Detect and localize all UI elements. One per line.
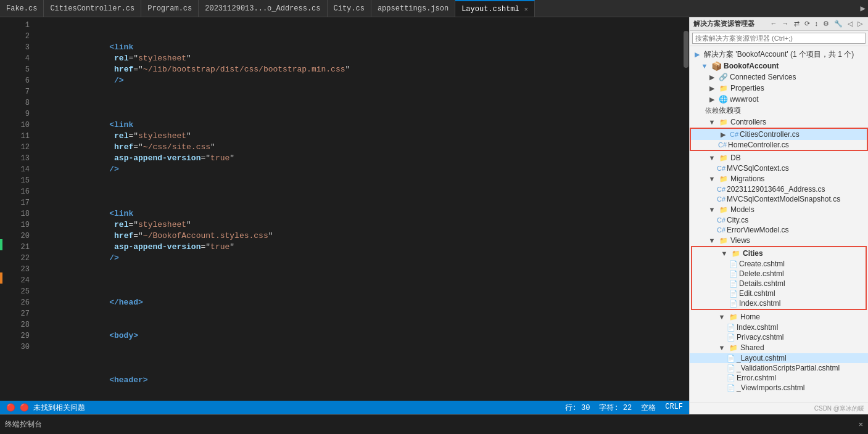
tree-item-deps[interactable]: 依赖 依赖项	[690, 105, 868, 117]
tree-item-migration-address[interactable]: C# 20231129013646_Address.cs	[690, 184, 868, 194]
project-img-icon: 📦	[711, 61, 722, 71]
cs-file-icon: C#	[717, 195, 725, 203]
cshtml-file-icon: 📄	[727, 324, 735, 332]
toolbar-btn-prev[interactable]: ◁	[846, 19, 854, 28]
toolbar-btn-sync[interactable]: ⇄	[792, 19, 801, 28]
cshtml-file-icon: 📄	[727, 374, 735, 382]
cs-file-icon: C#	[717, 216, 725, 224]
tree-item-views[interactable]: ▼ 📁 Views	[690, 235, 868, 246]
edit-cshtml-label: Edit.cshtml	[739, 289, 775, 298]
tree-item-properties[interactable]: ▶ 📁 Properties	[690, 83, 868, 94]
expand-icon: ▶	[707, 72, 717, 82]
tree-item-privacy-cshtml[interactable]: 📄 Privacy.cshtml	[690, 332, 868, 342]
toolbar-btn-forward[interactable]: →	[780, 19, 791, 28]
gutter-marker-orange	[0, 272, 2, 284]
tab-appsettings[interactable]: appsettings.json	[371, 0, 455, 17]
cs-file-icon: C#	[717, 165, 725, 172]
tree-item-migration-snapshot[interactable]: C# MVCSqlContextModelSnapshot.cs	[690, 194, 868, 204]
code-line: <link rel="stylesheet" href="~/css/site.…	[39, 97, 683, 186]
tab-layout[interactable]: Layout.cshtml ✕	[455, 0, 535, 17]
tree-item-viewimports[interactable]: 📄 _ViewImports.cshtml	[690, 383, 868, 393]
search-input[interactable]	[692, 33, 866, 44]
code-line: <nav class="navbar navbar-expand-sm navb…	[39, 397, 683, 401]
tree-item-solution[interactable]: ▶ 解决方案 'BookofAccount' (1 个项目，共 1 个)	[690, 49, 868, 60]
toolbar-btn-back[interactable]: ←	[769, 19, 779, 28]
tab-citiescontroller[interactable]: CitiesController.cs	[44, 0, 141, 17]
tree-item-layout-cshtml[interactable]: 📄 _Layout.cshtml	[690, 353, 868, 363]
cshtml-file-icon: 📄	[729, 270, 738, 278]
expand-icon: 依赖	[707, 106, 717, 116]
folder-icon: 📁	[719, 174, 729, 184]
tab-programcs[interactable]: Program.cs	[141, 0, 199, 17]
migrations-label: Migrations	[730, 174, 764, 183]
watermark: CSDN @寒冰的暖	[690, 403, 868, 414]
tree-item-cities-folder[interactable]: ▼ 📁 Cities	[692, 248, 866, 259]
tree-item-db[interactable]: ▼ 📁 DB	[690, 152, 868, 163]
details-cshtml-label: Details.cshtml	[739, 279, 785, 288]
connected-icon: 🔗	[719, 73, 728, 81]
code-line: </head>	[39, 275, 683, 319]
tree-item-migrations[interactable]: ▼ 📁 Migrations	[690, 173, 868, 184]
tree-item-error-cshtml[interactable]: 📄 Error.cshtml	[690, 373, 868, 383]
tree-item-citycs[interactable]: C# City.cs	[690, 215, 868, 225]
tree-item-shared-folder[interactable]: ▼ 📁 Shared	[690, 342, 868, 353]
validation-partial-label: _ValidationScriptsPartial.cshtml	[737, 364, 840, 372]
folder-icon: 📁	[719, 235, 729, 245]
solution-icon: ▶	[692, 50, 702, 60]
tree-item-controllers[interactable]: ▼ 📁 Controllers	[690, 117, 868, 128]
tree-item-models[interactable]: ▼ 📁 Models	[690, 204, 868, 215]
tab-label: Program.cs	[147, 4, 192, 13]
toolbar-btn-tools[interactable]: 🔧	[832, 19, 845, 28]
tree-item-errorviewmodel[interactable]: C# ErrorViewModel.cs	[690, 225, 868, 235]
tab-fakecs[interactable]: Fake.cs	[0, 0, 44, 17]
cshtml-file-icon: 📄	[727, 354, 735, 362]
expand-icon: ▼	[719, 248, 729, 258]
tree-item-connected-services[interactable]: ▶ 🔗 Connected Services	[690, 72, 868, 83]
line-numbers: 12345 678910 1112131415 1617181920 21222…	[5, 17, 39, 401]
toolbar-btn-refresh[interactable]: ⟳	[803, 19, 812, 28]
gutter-marker-green	[0, 239, 2, 250]
tree-item-delete-cshtml[interactable]: 📄 Delete.cshtml	[692, 269, 866, 279]
editor-scrollbar[interactable]	[683, 17, 689, 401]
tab-label: appsettings.json	[378, 4, 448, 13]
expand-icon: ▼	[707, 153, 717, 163]
tree-item-home-folder[interactable]: ▼ 📁 Home	[690, 311, 868, 322]
tree-item-home-controller[interactable]: C# HomeController.cs	[691, 140, 867, 150]
toolbar-btn-settings[interactable]: ⚙	[821, 19, 831, 28]
folder-icon: 📁	[731, 248, 741, 258]
tree-item-index-cshtml-home[interactable]: 📄 Index.cshtml	[690, 322, 868, 332]
cshtml-file-icon: 📄	[729, 280, 738, 288]
create-cshtml-label: Create.cshtml	[739, 260, 785, 268]
tree-item-wwwroot[interactable]: ▶ 🌐 wwwroot	[690, 94, 868, 105]
tree-item-index-cshtml-cities[interactable]: 📄 Index.cshtml	[692, 298, 866, 308]
folder-icon: 📁	[719, 117, 729, 127]
status-spaces: 空格	[641, 403, 656, 413]
tree-item-edit-cshtml[interactable]: 📄 Edit.cshtml	[692, 289, 866, 298]
index-cshtml-home-label: Index.cshtml	[737, 323, 778, 332]
tree-item-project[interactable]: ▼ 📦 BookofAccount	[690, 60, 868, 72]
bottom-panel-close[interactable]: ✕	[859, 420, 863, 429]
code-editor[interactable]: <link rel="stylesheet" href="~/lib/boots…	[39, 17, 683, 401]
expand-icon: ▼	[717, 343, 727, 353]
toolbar-btn-next[interactable]: ▷	[856, 19, 864, 28]
right-panel-title-label: 解决方案资源管理器	[693, 19, 754, 28]
toolbar-btn-collapse[interactable]: ↕	[813, 19, 820, 28]
close-tab-icon[interactable]: ✕	[524, 6, 528, 13]
tab-citycs[interactable]: City.cs	[328, 0, 371, 17]
tree-item-mvccontext[interactable]: C# MVCSqlContext.cs	[690, 163, 868, 173]
tree-item-cities-controller[interactable]: ▶ C# CitiesController.cs	[691, 129, 867, 140]
solution-tree: ▶ 解决方案 'BookofAccount' (1 个项目，共 1 个) ▼ 📦…	[690, 46, 868, 403]
tree-item-validation-partial[interactable]: 📄 _ValidationScriptsPartial.cshtml	[690, 363, 868, 373]
tab-scroll-right[interactable]: ▶	[858, 0, 868, 17]
tree-item-create-cshtml[interactable]: 📄 Create.cshtml	[692, 259, 866, 269]
cs-file-icon: C#	[718, 141, 727, 149]
status-row: 行: 30	[565, 403, 590, 413]
expand-icon: ▶	[718, 129, 728, 139]
tab-migration[interactable]: 20231129013...o_Address.cs	[199, 0, 327, 17]
home-controller-highlight-box: C# HomeController.cs	[690, 140, 868, 151]
tree-item-details-cshtml[interactable]: 📄 Details.cshtml	[692, 279, 866, 289]
scrollbar-thumb[interactable]	[684, 31, 688, 68]
shared-folder-label: Shared	[740, 343, 764, 352]
tab-label: 20231129013...o_Address.cs	[205, 4, 320, 13]
migration-snapshot-label: MVCSqlContextModelSnapshot.cs	[727, 195, 840, 203]
